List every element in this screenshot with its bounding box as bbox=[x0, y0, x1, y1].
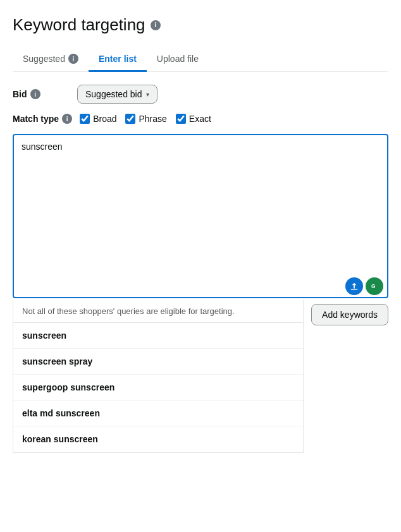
phrase-label: Phrase bbox=[139, 114, 166, 124]
suggestions-panel: Not all of these shoppers' queries are e… bbox=[13, 300, 304, 453]
chevron-down-icon: ▾ bbox=[146, 91, 149, 98]
bid-label: Bid i bbox=[13, 89, 70, 99]
tab-enter-list[interactable]: Enter list bbox=[89, 47, 147, 72]
svg-text:G: G bbox=[371, 283, 376, 289]
bid-dropdown-value: Suggested bid bbox=[85, 89, 142, 99]
add-keywords-button[interactable]: Add keywords bbox=[311, 304, 388, 325]
match-type-broad[interactable]: Broad bbox=[80, 114, 116, 124]
suggestion-item[interactable]: sunscreen spray bbox=[13, 349, 303, 375]
tabs-bar: Suggested i Enter list Upload file bbox=[13, 47, 388, 72]
bid-dropdown[interactable]: Suggested bid ▾ bbox=[77, 85, 157, 104]
broad-label: Broad bbox=[93, 114, 116, 124]
grammarly-icon[interactable]: G bbox=[366, 277, 383, 295]
keyword-textarea-wrapper: sunscreen G bbox=[13, 134, 388, 300]
page-title-info-icon[interactable]: i bbox=[151, 20, 161, 30]
match-type-options: Broad Phrase Exact bbox=[80, 114, 211, 124]
match-type-exact[interactable]: Exact bbox=[176, 114, 211, 124]
broad-checkbox[interactable] bbox=[80, 114, 90, 124]
suggestions-area: Not all of these shoppers' queries are e… bbox=[13, 300, 388, 453]
exact-label: Exact bbox=[189, 114, 211, 124]
match-type-row: Match type i Broad Phrase Exact bbox=[13, 114, 388, 124]
suggestion-item[interactable]: sunscreen bbox=[13, 323, 303, 349]
suggestions-note: Not all of these shoppers' queries are e… bbox=[13, 300, 303, 323]
exact-checkbox[interactable] bbox=[176, 114, 186, 124]
phrase-checkbox[interactable] bbox=[125, 114, 135, 124]
page-title: Keyword targeting bbox=[13, 15, 145, 35]
upload-icon[interactable] bbox=[345, 277, 363, 295]
suggested-tab-info-icon[interactable]: i bbox=[68, 54, 78, 64]
textarea-icon-group: G bbox=[345, 277, 383, 295]
bid-row: Bid i Suggested bid ▾ bbox=[13, 85, 388, 104]
match-type-info-icon[interactable]: i bbox=[62, 114, 72, 124]
match-type-phrase[interactable]: Phrase bbox=[125, 114, 166, 124]
bid-info-icon[interactable]: i bbox=[30, 89, 40, 99]
suggestion-item[interactable]: supergoop sunscreen bbox=[13, 375, 303, 401]
tab-suggested[interactable]: Suggested i bbox=[13, 47, 89, 72]
tab-upload-file[interactable]: Upload file bbox=[147, 47, 209, 72]
keyword-textarea[interactable]: sunscreen bbox=[13, 134, 388, 298]
suggestion-item[interactable]: elta md sunscreen bbox=[13, 401, 303, 426]
suggestion-item[interactable]: korean sunscreen bbox=[13, 426, 303, 452]
match-type-label: Match type i bbox=[13, 114, 72, 124]
